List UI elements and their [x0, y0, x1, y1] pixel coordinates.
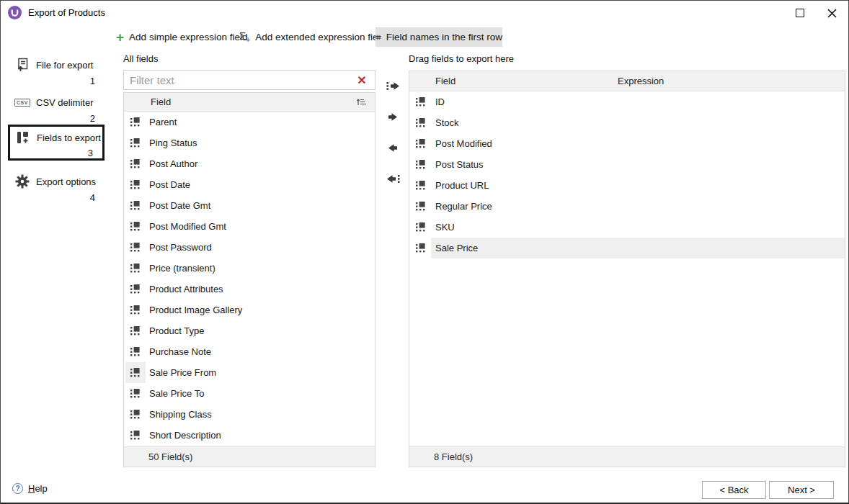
move-all-right-button[interactable] [381, 76, 405, 96]
fields-add-icon [15, 130, 31, 145]
field-icon [125, 279, 146, 300]
move-left-button[interactable] [381, 138, 405, 158]
field-icon [125, 341, 146, 362]
all-fields-count: 50 Field(s) [124, 446, 375, 467]
export-field-row[interactable]: ID [409, 91, 845, 112]
filter-input[interactable] [124, 71, 349, 89]
field-list-item[interactable]: Product Attributes [124, 279, 375, 300]
sidebar-item-label: Export options [36, 176, 96, 187]
field-list-item[interactable]: Post Password [124, 237, 375, 258]
field-list-item[interactable]: Parent [124, 112, 375, 132]
field-label: Product Attributes [146, 284, 223, 294]
export-fields-rows: ID Stock [409, 91, 845, 258]
woocommerce-app-icon [8, 6, 22, 19]
sidebar-item-csv-delimiter[interactable]: CSV CSV delimiter 2 [8, 91, 105, 125]
add-simple-expression-field-button[interactable]: + Add simple expression field [116, 28, 247, 46]
field-list-item[interactable]: Product Type [124, 320, 375, 341]
all-fields-rows: Parent Ping Status Post Author [124, 112, 375, 446]
move-all-right-icon [386, 81, 400, 91]
all-fields-label: All fields [123, 53, 158, 64]
maximize-button[interactable] [789, 5, 811, 21]
field-icon [125, 237, 146, 258]
field-icon [125, 320, 146, 341]
field-label: Post Author [146, 158, 197, 169]
clear-filter-icon: ✕ [357, 73, 366, 87]
field-label: Post Status [431, 159, 611, 170]
field-names-first-row-toggle[interactable]: Field names in the first row [375, 27, 502, 47]
field-label: Stock [431, 117, 611, 128]
export-field-row[interactable]: SKU [409, 217, 845, 238]
sidebar-item-export-options[interactable]: Export options 4 [8, 171, 105, 204]
sidebar-item-label: Fields to export [37, 132, 101, 143]
drag-fields-label: Drag fields to export here [409, 53, 514, 64]
plus-icon: + [116, 31, 124, 44]
help-button[interactable]: ? Help [12, 483, 48, 494]
move-left-icon [388, 143, 398, 153]
field-list-item[interactable]: Ping Status [124, 132, 375, 153]
field-label: Sale Price [431, 243, 611, 253]
field-list-item[interactable]: Product Image Gallery [124, 300, 375, 320]
field-label: Post Modified Gmt [146, 221, 226, 232]
field-list-item[interactable]: Post Date Gmt [124, 195, 375, 216]
field-icon [125, 258, 146, 279]
titlebar: Export of Products [1, 1, 848, 24]
step-number: 3 [10, 148, 102, 159]
export-field-row[interactable]: Regular Price [409, 196, 845, 217]
field-list-item[interactable]: Shipping Class [124, 404, 375, 425]
sidebar-item-file-for-export[interactable]: File for export 1 [8, 54, 105, 87]
sort-ascending-icon[interactable] [357, 98, 366, 106]
sigma-plus-icon: Σ+ [239, 31, 250, 44]
field-list-item[interactable]: Purchase Note [124, 341, 375, 362]
field-icon [411, 154, 431, 175]
move-all-left-icon [386, 174, 400, 184]
field-list-item[interactable]: Short Description [124, 425, 375, 446]
field-list-item[interactable]: Post Date [124, 174, 375, 195]
field-label: Price (transient) [146, 263, 215, 274]
export-field-row[interactable]: Sale Price [409, 238, 845, 258]
export-fields-count: 8 Field(s) [409, 446, 845, 467]
field-list-item[interactable]: Post Author [124, 153, 375, 174]
export-field-row[interactable]: Post Status [409, 154, 845, 175]
field-column-header: Field [124, 96, 171, 107]
help-label: Help [28, 483, 48, 494]
gear-icon [14, 174, 30, 189]
sidebar-item-fields-to-export[interactable]: Fields to export 3 [8, 125, 105, 161]
next-button[interactable]: Next > [769, 481, 834, 499]
field-icon [125, 425, 146, 446]
all-fields-list: Field Parent [123, 92, 375, 467]
field-label: Product Image Gallery [146, 305, 242, 315]
field-label: Post Modified [431, 138, 611, 149]
move-all-left-button[interactable] [381, 169, 405, 189]
field-label: Post Password [146, 242, 212, 253]
export-fields-table: Field Expression ID [409, 71, 845, 467]
export-field-row[interactable]: Stock [409, 112, 845, 133]
all-fields-header-row: Field [124, 93, 375, 112]
export-dialog-window: Export of Products File for export [0, 0, 849, 504]
field-label: Sale Price To [146, 388, 204, 399]
help-icon: ? [12, 483, 23, 494]
add-extended-expression-field-button[interactable]: Σ+ Add extended expression field [239, 28, 386, 46]
step-number: 2 [8, 113, 105, 125]
field-icon [411, 112, 431, 133]
export-field-row[interactable]: Product URL [409, 175, 845, 196]
field-icon [411, 133, 431, 154]
add-extended-expression-field-label: Add extended expression field [255, 32, 386, 42]
field-list-item[interactable]: Post Modified Gmt [124, 216, 375, 237]
csv-icon: CSV [14, 95, 30, 109]
field-column-header: Field [430, 76, 610, 86]
field-list-item[interactable]: Price (transient) [124, 258, 375, 279]
field-label: Regular Price [431, 201, 611, 212]
filter-box: ✕ [123, 70, 375, 90]
close-icon [827, 8, 837, 19]
move-right-button[interactable] [381, 107, 405, 127]
add-simple-expression-field-label: Add simple expression field [129, 32, 247, 42]
table-header-row-icon [375, 32, 381, 42]
back-button[interactable]: < Back [702, 481, 766, 499]
close-button[interactable] [821, 5, 843, 21]
field-icon [125, 362, 146, 383]
field-list-item[interactable]: Sale Price From [124, 362, 375, 383]
export-field-row[interactable]: Post Modified [409, 133, 845, 154]
field-list-item[interactable]: Sale Price To [124, 383, 375, 404]
clear-filter-button[interactable]: ✕ [349, 71, 375, 89]
field-names-first-row-label: Field names in the first row [386, 32, 502, 42]
